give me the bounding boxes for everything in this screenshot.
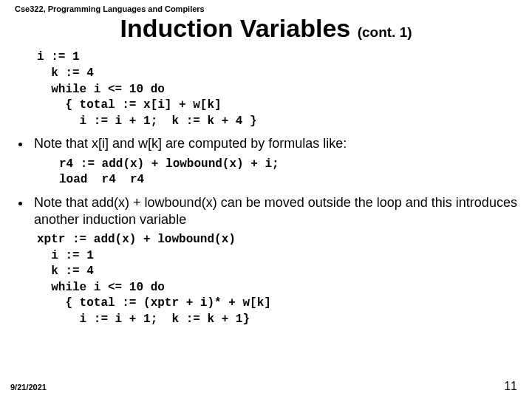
bullet-list-1: Note that x[i] and w[k] are computed by …	[31, 135, 517, 152]
bullet-1: Note that x[i] and w[k] are computed by …	[31, 135, 517, 152]
slide: Cse322, Programming Languages and Compil…	[0, 0, 532, 399]
code-block-2: r4 := add(x) + lowbound(x) + i; load r4 …	[59, 157, 517, 188]
title-main: Induction Variables	[120, 14, 357, 42]
footer-page-number: 11	[504, 380, 517, 393]
footer-date: 9/21/2021	[10, 383, 47, 392]
code-block-1: i := 1 k := 4 while i <= 10 do { total :…	[37, 50, 517, 129]
title-cont: (cont. 1)	[358, 24, 412, 40]
code-block-3: xptr := add(x) + lowbound(x) i := 1 k :=…	[37, 232, 517, 328]
slide-title: Induction Variables (cont. 1)	[15, 15, 517, 42]
bullet-list-2: Note that add(x) + lowbound(x) can be mo…	[31, 194, 517, 228]
bullet-2: Note that add(x) + lowbound(x) can be mo…	[31, 194, 517, 228]
course-header: Cse322, Programming Languages and Compil…	[15, 4, 517, 13]
